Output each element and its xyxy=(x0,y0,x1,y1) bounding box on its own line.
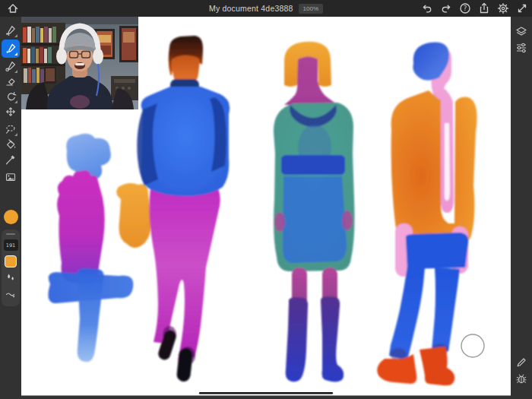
tool-eyedropper[interactable] xyxy=(2,150,20,169)
touch-shortcut-button[interactable] xyxy=(5,289,17,301)
figure-abstract-study xyxy=(48,134,151,362)
document-title: My document 4de3888 xyxy=(209,4,293,13)
left-toolbar: 191 xyxy=(0,17,21,399)
webcam-overlay[interactable] xyxy=(21,17,138,109)
eyedropper-icon xyxy=(5,154,17,166)
settings-button[interactable] xyxy=(496,2,510,15)
place-image-icon xyxy=(5,171,17,183)
brush-size-value[interactable]: 191 xyxy=(4,239,18,251)
top-bar: My document 4de3888 100% ? xyxy=(0,0,532,17)
figure-woman-teal-dress xyxy=(274,42,355,382)
panel-drag-handle[interactable] xyxy=(6,233,15,235)
bug-report-button[interactable] xyxy=(515,372,528,385)
undo-button[interactable] xyxy=(420,2,434,15)
lasso-icon xyxy=(5,123,17,135)
touch-shortcut-icon xyxy=(5,289,17,301)
adjustments-button[interactable] xyxy=(515,41,528,55)
water-flow-button[interactable] xyxy=(5,272,17,284)
fill-icon xyxy=(5,138,17,150)
move-icon xyxy=(5,106,17,118)
live-brush-icon xyxy=(5,43,17,55)
redo-icon xyxy=(439,2,453,15)
layers-icon xyxy=(515,25,528,39)
sliders-icon xyxy=(515,41,528,55)
canvas[interactable] xyxy=(21,17,511,395)
canvas-bottom-edge xyxy=(21,395,511,396)
home-icon xyxy=(6,2,20,15)
color-swatch[interactable] xyxy=(5,255,17,268)
brush-cursor xyxy=(461,334,484,357)
bug-icon xyxy=(515,372,528,385)
tool-place-image[interactable] xyxy=(2,168,20,186)
pixel-brush-icon xyxy=(5,24,17,36)
fullscreen-icon xyxy=(515,2,529,15)
help-button[interactable]: ? xyxy=(458,2,472,15)
share-icon xyxy=(477,2,491,15)
layers-button[interactable] xyxy=(515,25,528,39)
webcam-video xyxy=(21,17,138,109)
gear-icon xyxy=(496,2,510,15)
figure-man-blue-sweater xyxy=(137,36,230,382)
tool-live-brush[interactable] xyxy=(2,40,20,58)
right-toolbar xyxy=(511,17,532,399)
tool-move[interactable] xyxy=(2,103,20,121)
eraser-icon xyxy=(5,75,17,87)
ground-line xyxy=(199,392,333,394)
fullscreen-button[interactable] xyxy=(515,2,529,15)
tool-options-panel: 191 xyxy=(2,230,20,306)
zoom-badge[interactable]: 100% xyxy=(299,4,323,14)
redo-button[interactable] xyxy=(439,2,453,15)
home-button[interactable] xyxy=(6,2,20,15)
undo-icon xyxy=(420,2,434,15)
annotate-button[interactable] xyxy=(515,356,528,369)
svg-text:?: ? xyxy=(464,5,467,12)
pencil-icon xyxy=(515,356,528,369)
current-color-indicator[interactable] xyxy=(4,210,18,224)
help-icon: ? xyxy=(458,2,472,15)
share-button[interactable] xyxy=(477,2,491,15)
figure-orange-jacket xyxy=(377,42,477,385)
vector-brush-icon xyxy=(5,60,17,72)
water-drops-icon xyxy=(5,272,17,284)
tool-pixel-brush[interactable] xyxy=(2,21,20,40)
smudge-icon xyxy=(5,90,17,103)
